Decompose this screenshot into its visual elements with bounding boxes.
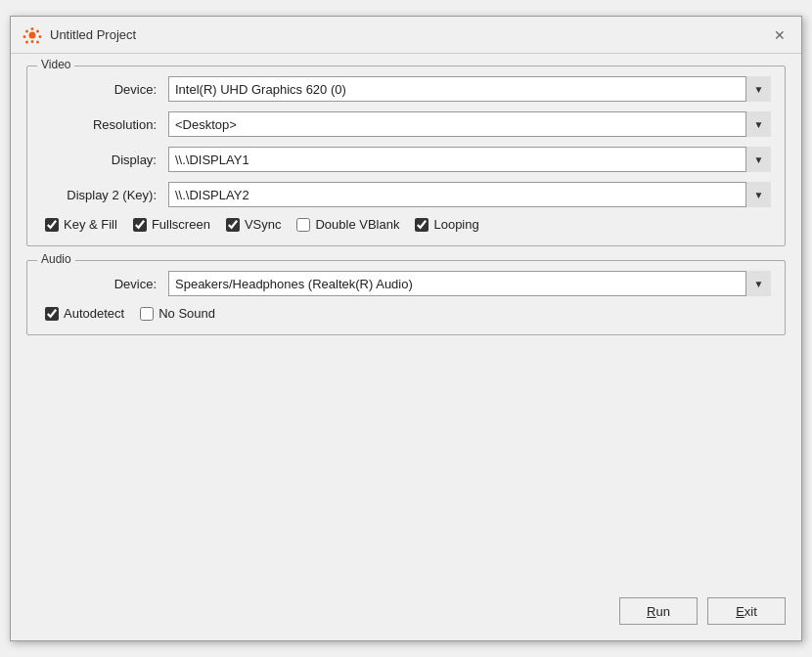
- video-resolution-label: Resolution:: [41, 117, 168, 132]
- video-display-label: Display:: [41, 153, 168, 167]
- main-dialog: Untitled Project ✕ Video Device: Intel(R…: [10, 16, 802, 641]
- video-resolution-row: Resolution: <Desktop> ▼: [41, 111, 771, 137]
- checkbox-autodetect[interactable]: Autodetect: [45, 306, 124, 321]
- window-title: Untitled Project: [50, 27, 136, 42]
- video-resolution-select-wrapper: <Desktop> ▼: [168, 111, 771, 137]
- video-display2-label: Display 2 (Key):: [41, 188, 168, 202]
- checkbox-looping-label: Looping: [433, 217, 478, 232]
- audio-group-title: Audio: [37, 252, 75, 266]
- app-icon: [23, 25, 42, 45]
- title-bar-left: Untitled Project: [23, 25, 136, 45]
- checkbox-no-sound[interactable]: No Sound: [140, 306, 215, 321]
- video-display-select-wrapper: \\.\DISPLAY1 ▼: [168, 147, 771, 172]
- run-button-label: Run: [647, 604, 670, 619]
- checkbox-no-sound-label: No Sound: [158, 306, 215, 321]
- video-display-row: Display: \\.\DISPLAY1 ▼: [41, 147, 771, 172]
- video-display2-select-wrapper: \\.\DISPLAY2 ▼: [168, 182, 771, 207]
- checkbox-key-fill-label: Key & Fill: [64, 217, 117, 232]
- checkbox-fullscreen[interactable]: Fullscreen: [133, 217, 210, 232]
- audio-device-select-wrapper: Speakers/Headphones (Realtek(R) Audio) ▼: [168, 271, 771, 296]
- title-bar: Untitled Project ✕: [11, 17, 801, 54]
- video-display-select[interactable]: \\.\DISPLAY1: [168, 147, 771, 172]
- close-button[interactable]: ✕: [770, 25, 789, 45]
- checkbox-double-vblank-input[interactable]: [296, 218, 310, 232]
- audio-checkboxes-row: Autodetect No Sound: [41, 306, 771, 321]
- checkbox-double-vblank-label: Double VBlank: [315, 217, 399, 232]
- video-display2-select[interactable]: \\.\DISPLAY2: [168, 182, 771, 207]
- audio-group: Audio Device: Speakers/Headphones (Realt…: [26, 260, 786, 335]
- video-device-select[interactable]: Intel(R) UHD Graphics 620 (0): [168, 76, 771, 102]
- checkbox-autodetect-label: Autodetect: [64, 306, 124, 321]
- checkbox-vsync-input[interactable]: [226, 218, 240, 232]
- checkbox-looping-input[interactable]: [415, 218, 429, 232]
- checkbox-key-fill[interactable]: Key & Fill: [45, 217, 117, 232]
- dialog-footer: Run Exit: [11, 588, 801, 640]
- checkbox-no-sound-input[interactable]: [140, 307, 154, 321]
- audio-device-select[interactable]: Speakers/Headphones (Realtek(R) Audio): [168, 271, 771, 296]
- dialog-body: Video Device: Intel(R) UHD Graphics 620 …: [11, 54, 801, 588]
- video-group: Video Device: Intel(R) UHD Graphics 620 …: [26, 66, 786, 246]
- checkbox-vsync-label: VSync: [245, 217, 282, 232]
- video-resolution-select[interactable]: <Desktop>: [168, 111, 771, 137]
- audio-device-label: Device:: [41, 277, 168, 291]
- video-group-title: Video: [37, 58, 74, 71]
- video-device-row: Device: Intel(R) UHD Graphics 620 (0) ▼: [41, 76, 771, 102]
- checkbox-looping[interactable]: Looping: [415, 217, 478, 232]
- checkbox-double-vblank[interactable]: Double VBlank: [296, 217, 399, 232]
- svg-point-0: [29, 31, 36, 38]
- checkbox-autodetect-input[interactable]: [45, 307, 59, 321]
- video-display2-row: Display 2 (Key): \\.\DISPLAY2 ▼: [41, 182, 771, 207]
- video-device-select-wrapper: Intel(R) UHD Graphics 620 (0) ▼: [168, 76, 771, 102]
- checkbox-fullscreen-label: Fullscreen: [152, 217, 210, 232]
- checkbox-fullscreen-input[interactable]: [133, 218, 147, 232]
- audio-device-row: Device: Speakers/Headphones (Realtek(R) …: [41, 271, 771, 296]
- checkbox-key-fill-input[interactable]: [45, 218, 59, 232]
- exit-button-label: Exit: [736, 604, 757, 619]
- checkbox-vsync[interactable]: VSync: [226, 217, 282, 232]
- exit-button[interactable]: Exit: [707, 597, 786, 625]
- video-device-label: Device:: [41, 82, 168, 97]
- run-button[interactable]: Run: [619, 597, 698, 625]
- video-checkboxes-row: Key & Fill Fullscreen VSync Double VBlan…: [41, 217, 771, 232]
